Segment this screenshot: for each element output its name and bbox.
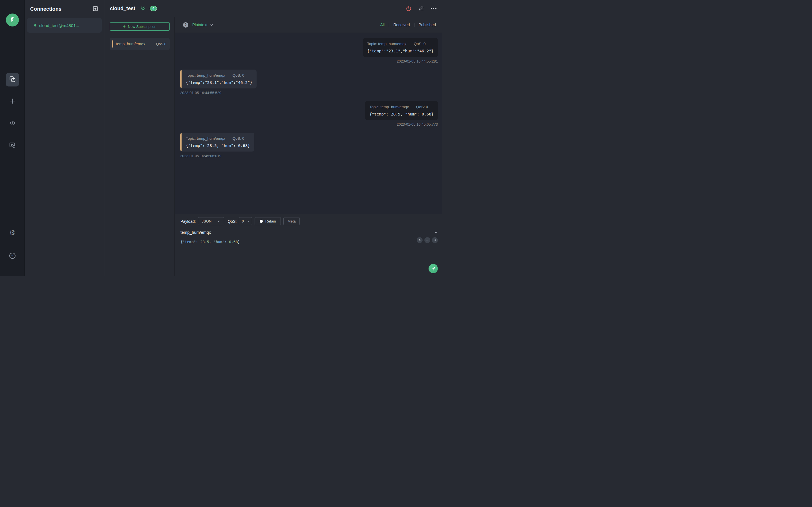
message-payload: {"temp":"23.1","hum":"46.2"}	[367, 49, 434, 53]
message-qos: QoS: 0	[414, 42, 426, 46]
qos-select[interactable]: 0	[239, 217, 252, 225]
more-options-button[interactable]	[431, 8, 437, 9]
subscription-topic: temp_hum/emqx	[116, 42, 154, 46]
nav-connections-button[interactable]	[6, 73, 19, 87]
connection-topbar: cloud_test 4	[104, 0, 442, 17]
messages-panel: ? Plaintext All Received Published	[175, 17, 442, 276]
plus-icon	[9, 98, 16, 106]
help-icon: ?	[9, 252, 15, 259]
collapse-publish-chevron-icon[interactable]	[434, 230, 438, 235]
payload-format-select[interactable]: Plaintext	[192, 22, 207, 27]
nav-new-connection-button[interactable]	[6, 95, 19, 108]
retain-dot-icon	[260, 220, 263, 223]
received-accent-bar	[180, 69, 182, 89]
payload-type-select[interactable]: JSON	[198, 217, 224, 225]
message-published: Topic: temp_hum/emqx QoS: 0 {"temp":"23.…	[363, 38, 438, 63]
tab-all[interactable]: All	[380, 22, 385, 27]
connection-list-item[interactable]: cloud_test@m4801...	[27, 18, 102, 33]
connections-header: Connections	[27, 0, 102, 18]
payload-label: Payload:	[181, 219, 196, 224]
nav-log-button[interactable]	[6, 139, 19, 152]
history-forward-button[interactable]	[432, 237, 438, 243]
connection-status-dot	[34, 24, 36, 26]
message-payload: {"temp":"23.1","hum":"46.2"}	[186, 80, 252, 85]
payload-format-help-icon[interactable]: ?	[183, 22, 188, 27]
meta-button[interactable]: Meta	[283, 217, 300, 225]
chevron-down-icon	[217, 219, 220, 223]
subscription-accent-bar	[112, 40, 113, 48]
message-filter-tabs: All Received Published	[380, 22, 436, 27]
message-timestamp: 2023-01-05 16:44:55:281	[397, 59, 438, 63]
message-topic: Topic: temp_hum/emqx	[367, 42, 407, 46]
add-connection-button[interactable]	[92, 6, 98, 12]
message-count-badge: 4	[150, 6, 157, 11]
message-published: Topic: temp_hum/emqx QoS: 0 {"temp": 28.…	[365, 101, 438, 126]
log-history-icon	[9, 142, 16, 150]
send-button[interactable]	[428, 264, 438, 273]
qos-label: QoS:	[227, 219, 237, 224]
connections-panel: Connections cloud_test@m4801...	[25, 0, 104, 276]
message-list[interactable]: Topic: temp_hum/emqx QoS: 0 {"temp":"23.…	[175, 33, 442, 214]
overlapping-squares-icon	[9, 75, 16, 84]
message-topic: Topic: temp_hum/emqx	[186, 73, 225, 77]
mqttx-app-window: ⚙ ? Connections cloud_test@m4801...	[0, 0, 442, 276]
history-back-button[interactable]	[417, 237, 423, 243]
minus-icon	[425, 238, 429, 242]
edit-connection-button[interactable]	[418, 5, 424, 12]
message-bubble[interactable]: Topic: temp_hum/emqx QoS: 0 {"temp": 28.…	[365, 101, 438, 120]
message-topic: Topic: temp_hum/emqx	[186, 136, 225, 140]
message-received: Topic: temp_hum/emqx QoS: 0 {"temp":"23.…	[180, 69, 257, 95]
message-qos: QoS: 0	[416, 105, 428, 109]
power-icon	[405, 5, 412, 12]
disconnect-button[interactable]	[405, 5, 412, 12]
nav-script-button[interactable]	[6, 117, 19, 130]
tab-separator	[389, 23, 389, 27]
message-payload: {"temp": 28.5, "hum": 0.68}	[186, 144, 250, 148]
code-icon	[9, 119, 16, 128]
arrow-left-icon	[418, 238, 421, 242]
message-qos: QoS: 0	[233, 136, 245, 140]
message-bubble[interactable]: Topic: temp_hum/emqx QoS: 0 {"temp":"23.…	[363, 38, 438, 57]
tab-published[interactable]: Published	[419, 22, 436, 27]
message-topic: Topic: temp_hum/emqx	[369, 105, 409, 109]
plus-icon: +	[123, 24, 125, 29]
main-area: cloud_test 4	[104, 0, 442, 276]
tab-received[interactable]: Received	[393, 22, 410, 27]
double-chevron-down-icon[interactable]	[140, 6, 146, 11]
connections-title: Connections	[30, 6, 61, 12]
received-accent-bar	[180, 133, 182, 152]
message-bubble[interactable]: Topic: temp_hum/emqx QoS: 0 {"temp":"23.…	[180, 69, 257, 89]
plus-square-icon	[93, 6, 98, 13]
icon-rail: ⚙ ?	[0, 0, 25, 276]
mqttx-logo-icon	[6, 13, 19, 26]
topic-input-row: temp_hum/emqx	[175, 228, 442, 237]
message-timestamp: 2023-01-05 16:44:55:529	[180, 91, 221, 95]
rail-nav	[6, 73, 19, 152]
format-bar: ? Plaintext All Received Published	[175, 17, 442, 33]
rail-nav-bottom: ⚙ ?	[6, 226, 19, 263]
gear-icon: ⚙	[9, 229, 15, 236]
history-clear-button[interactable]	[424, 237, 430, 243]
chevron-down-icon[interactable]	[209, 23, 214, 27]
tab-separator	[414, 23, 414, 27]
message-timestamp: 2023-01-05 16:45:05:773	[397, 122, 438, 126]
pencil-icon	[418, 5, 424, 12]
arrow-right-icon	[433, 238, 437, 242]
page-title: cloud_test	[110, 6, 135, 11]
help-button[interactable]: ?	[6, 249, 19, 263]
subscription-item[interactable]: temp_hum/emqx QoS 0	[110, 38, 170, 50]
publish-meta-row: Payload: JSON QoS: 0	[175, 214, 442, 225]
new-subscription-button[interactable]: + New Subscription	[110, 22, 170, 31]
settings-button[interactable]: ⚙	[6, 226, 19, 239]
message-timestamp: 2023-01-05 16:45:06:019	[180, 154, 221, 158]
message-bubble[interactable]: Topic: temp_hum/emqx QoS: 0 {"temp": 28.…	[180, 133, 254, 152]
message-payload: {"temp": 28.5, "hum": 0.68}	[369, 112, 434, 116]
message-qos: QoS: 0	[233, 73, 245, 77]
retain-toggle[interactable]: Retain	[255, 217, 281, 225]
topic-input[interactable]: temp_hum/emqx	[181, 230, 434, 235]
ellipsis-icon	[431, 8, 432, 9]
topbar-actions	[405, 5, 437, 12]
connection-name: cloud_test@m4801...	[39, 23, 79, 28]
payload-editor[interactable]: {"temp": 28.5, "hum": 0.68}	[175, 237, 442, 246]
subscriptions-column: + New Subscription temp_hum/emqx QoS 0	[104, 17, 175, 276]
